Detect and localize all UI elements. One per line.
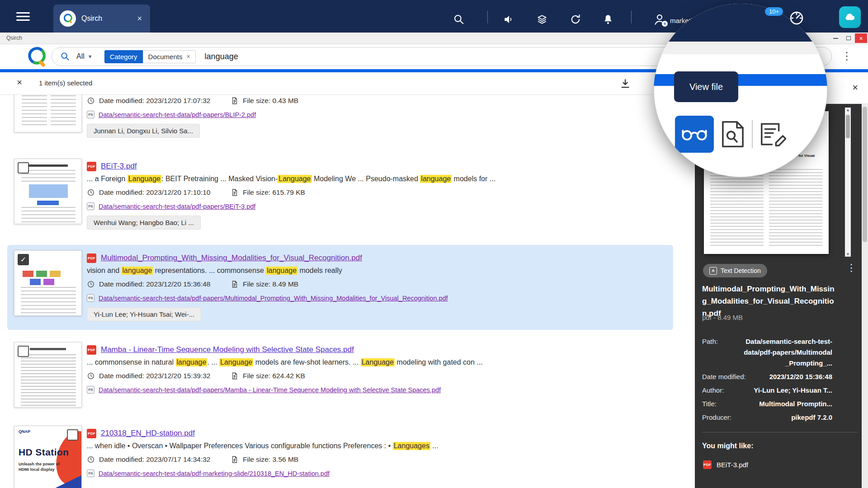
- scroll-up-icon[interactable]: ▲: [845, 108, 851, 112]
- search-query-text[interactable]: language: [205, 52, 238, 61]
- selection-toolbar: × 1 item(s) selected: [0, 72, 695, 95]
- meta-value: pikepdf 7.2.0: [791, 412, 832, 423]
- filter-chips: Category Documents ×: [104, 50, 196, 63]
- meta-value: Yi-Lun Lee; Yi-Hsuan T...: [754, 385, 832, 396]
- result-date: Date modified: 2023/12/20 17:10:10: [99, 188, 210, 197]
- result-path-link[interactable]: Data/semantic-search-test-data/pdf-paper…: [99, 111, 256, 118]
- tab-close-icon[interactable]: ×: [135, 12, 144, 25]
- result-checkbox[interactable]: [18, 346, 29, 357]
- result-row[interactable]: ✓ PDF Multimodal_Prompting_With_Missing_…: [0, 249, 695, 342]
- result-size: File size: 3.56 MB: [243, 455, 298, 464]
- result-size: File size: 8.49 MB: [243, 280, 298, 288]
- result-checkbox[interactable]: [18, 162, 29, 174]
- myqnapcloud-icon[interactable]: [839, 6, 861, 28]
- maximize-button[interactable]: [842, 33, 854, 43]
- panel-scrollbar-thumb[interactable]: [863, 107, 867, 242]
- result-date: Date modified: 2023/12/20 17:07:32: [99, 97, 210, 105]
- pdf-file-icon: PDF: [87, 345, 96, 355]
- result-row[interactable]: PDF Mamba - Linear-Time Sequence Modelin…: [0, 341, 695, 434]
- refresh-icon[interactable]: [570, 14, 581, 25]
- result-path-link[interactable]: Data/semantic-search-test-data/pdf-paper…: [99, 203, 255, 210]
- preview-more-options-icon[interactable]: ⋮: [846, 262, 856, 274]
- pdf-file-icon: PDF: [87, 429, 96, 438]
- meta-label: Title:: [702, 399, 717, 409]
- clock-icon: [87, 97, 95, 105]
- result-thumbnail[interactable]: ✓: [14, 250, 82, 316]
- file-station-icon: FS: [87, 202, 94, 210]
- filter-chip-documents[interactable]: Documents ×: [143, 50, 196, 63]
- meta-value: Multimodal Promptin...: [759, 399, 832, 409]
- result-authors-chip[interactable]: Wenhui Wang; Hangbo Bao; Li ...: [87, 216, 201, 230]
- result-row[interactable]: QNAPHD StationUnleash the power of HDMI …: [0, 425, 695, 488]
- result-checkbox[interactable]: [67, 429, 78, 441]
- file-icon: [231, 97, 239, 105]
- download-icon[interactable]: [619, 78, 631, 89]
- result-meta-line: Date modified: 2023/12/20 15:36:48 File …: [87, 280, 298, 288]
- preview-meta-row: Path:Data/semantic-search-test-data/pdf-…: [702, 336, 832, 369]
- result-title-link[interactable]: BEiT-3.pdf: [101, 162, 137, 171]
- result-thumbnail[interactable]: QNAPHD StationUnleash the power of HDMI …: [14, 426, 82, 488]
- search-scope-dropdown[interactable]: All ▼: [76, 52, 93, 61]
- preview-type-size: pdf - 8.49 MB: [702, 314, 743, 321]
- search-in-document-icon: [721, 121, 745, 148]
- thumbnail-text: QNAP: [19, 429, 30, 434]
- meta-label: Author:: [702, 385, 724, 396]
- result-title-link[interactable]: Multimodal_Prompting_With_Missing_Modali…: [101, 253, 362, 263]
- result-path-link[interactable]: Data/semantic-search-test-data/pdf-marke…: [99, 470, 330, 477]
- result-meta-line: Date modified: 2023/12/20 15:39:32 File …: [87, 372, 305, 380]
- pdf-file-icon: PDF: [703, 460, 712, 469]
- result-path-link[interactable]: Data/semantic-search-test-data/pdf-paper…: [99, 295, 448, 302]
- result-meta-line: Date modified: 2023/07/17 14:34:32 File …: [87, 455, 298, 464]
- result-authors-chip[interactable]: Yi-Lun Lee; Yi-Hsuan Tsai; Wei-...: [87, 307, 201, 321]
- result-snippet: ... commonsense in natural language. ...…: [87, 358, 670, 366]
- file-icon: [231, 280, 239, 288]
- scroll-down-icon[interactable]: ▼: [845, 252, 851, 256]
- search-scope-label: All: [76, 52, 85, 61]
- filter-chip-category[interactable]: Category: [104, 50, 143, 63]
- pdf-file-icon: PDF: [87, 253, 96, 263]
- magnified-titlebar: [654, 42, 827, 54]
- main-menu-button[interactable]: [16, 12, 30, 21]
- thumbnail-text: HD Station: [19, 447, 69, 458]
- file-icon: [231, 372, 239, 380]
- speaker-icon[interactable]: [503, 14, 514, 25]
- toolbar-divider: [752, 120, 753, 148]
- chip-remove-icon[interactable]: ×: [186, 53, 190, 60]
- result-checkbox[interactable]: ✓: [18, 254, 29, 265]
- magnifier-overlay: View file: [654, 4, 827, 177]
- close-preview-icon[interactable]: ×: [852, 80, 858, 96]
- result-thumbnail[interactable]: [14, 159, 82, 224]
- result-title-link[interactable]: Mamba - Linear-Time Sequence Modeling wi…: [101, 345, 354, 354]
- suggestion-list: PDFBEiT-3.pdf: [698, 456, 858, 473]
- preview-scrollbar-thumb[interactable]: [846, 115, 850, 138]
- notification-count-badge[interactable]: 10+: [765, 7, 783, 16]
- result-authors-chip[interactable]: Junnan Li, Dongxu Li, Silvio Sa...: [87, 124, 200, 138]
- qsirch-app-tab[interactable]: Qsirch ×: [53, 5, 150, 33]
- close-button[interactable]: ×: [855, 33, 867, 43]
- background-tasks-icon[interactable]: [536, 14, 548, 25]
- meta-label: Producer:: [702, 412, 731, 423]
- clear-selection-icon[interactable]: ×: [14, 77, 25, 88]
- result-row[interactable]: PDF BEiT-3.pdf ... a Foreign Language: B…: [0, 158, 695, 250]
- result-title-link[interactable]: 210318_EN_HD-station.pdf: [101, 429, 195, 438]
- suggestion-item[interactable]: PDFBEiT-3.pdf: [698, 456, 858, 473]
- file-station-icon: FS: [87, 294, 94, 302]
- minimize-button[interactable]: [830, 33, 842, 43]
- file-icon: [231, 188, 239, 197]
- notifications-bell-icon[interactable]: [602, 14, 614, 25]
- you-might-like-heading: You might like:: [702, 442, 753, 450]
- results-list[interactable]: PDF Date modified: 2023/12/20 17:07:32 F…: [0, 72, 695, 488]
- file-station-icon: FS: [87, 111, 94, 118]
- page-text-column: [769, 169, 822, 247]
- global-search-icon[interactable]: [453, 14, 465, 25]
- result-thumbnail[interactable]: [14, 342, 82, 408]
- page-text-column: [710, 169, 764, 247]
- text-detection-button[interactable]: A Text Detection: [703, 264, 767, 277]
- user-plus-badge: +: [662, 21, 668, 27]
- result-snippet: ... a Foreign Language: BEIT Pretraining…: [87, 175, 670, 183]
- resource-monitor-icon[interactable]: [788, 10, 805, 26]
- result-path-link[interactable]: Data/semantic-search-test-data/pdf-paper…: [99, 386, 441, 394]
- tab-label: Qsirch: [81, 14, 135, 23]
- more-options-kebab-icon[interactable]: ⋮: [840, 46, 854, 66]
- view-file-tooltip: View file: [674, 71, 738, 102]
